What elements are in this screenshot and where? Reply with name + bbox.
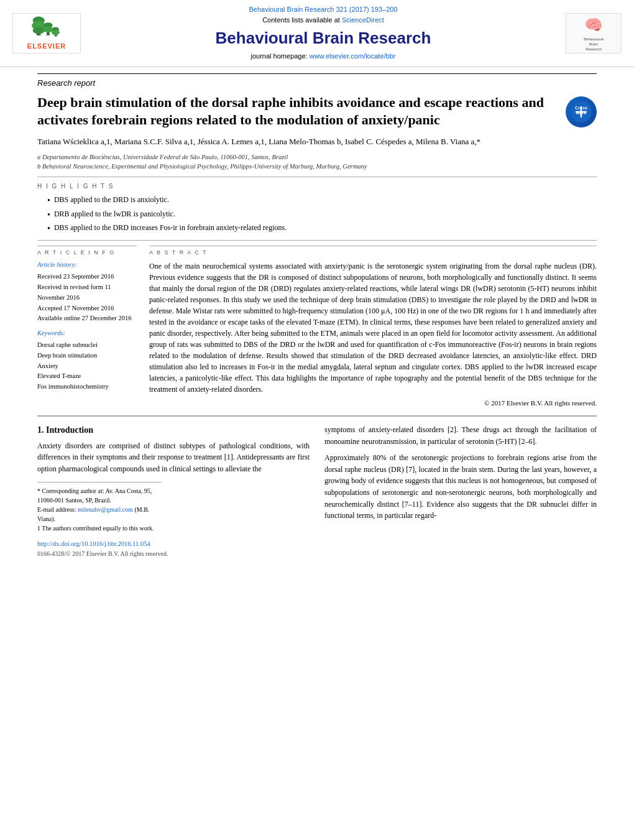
- authors: Tatiana Wścieklica a,1, Mariana S.C.F. S…: [37, 136, 597, 149]
- divider-1: [37, 177, 597, 177]
- svg-point-6: [43, 26, 53, 32]
- affiliation-a: a Departamento de Biociências, Universid…: [37, 152, 597, 162]
- divider-2: [37, 240, 597, 241]
- main-content: Research report Deep brain stimulation o…: [0, 67, 634, 565]
- info-dates: Received 23 September 2016 Received in r…: [37, 272, 137, 324]
- svg-point-3: [33, 27, 45, 34]
- journal-logo-text: BehaviouralBrainResearch: [584, 37, 604, 52]
- body-col-left: 1. Introduction Anxiety disorders are co…: [37, 424, 310, 558]
- highlight-3: • DBS applied to the DRD increases Fos-i…: [47, 223, 597, 235]
- available-date: Available online 27 December 2016: [37, 313, 137, 324]
- research-report-label: Research report: [37, 73, 597, 89]
- body-col-right: symptoms of anxiety-related disorders [2…: [324, 424, 597, 558]
- footnote-email: E-mail address: milenabv@gmail.com (M.B.…: [37, 505, 162, 524]
- accepted-date: Accepted 17 November 2016: [37, 303, 137, 314]
- highlight-1: • DBS applied to the DRD is anxiolytic.: [47, 195, 597, 207]
- keyword-1: Dorsal raphe subnuclei: [37, 340, 137, 351]
- bullet-2: •: [47, 209, 50, 221]
- elsevier-brand: ELSEVIER: [27, 42, 66, 51]
- footnote-corresponding: * Corresponding author at: Av. Ana Costa…: [37, 486, 162, 505]
- journal-title: Behavioural Brain Research: [93, 27, 553, 49]
- footnote-equal: 1 The authors contributed equally to thi…: [37, 524, 162, 533]
- homepage-url[interactable]: www.elsevier.com/locate/bbr: [310, 52, 396, 60]
- bullet-1: •: [47, 195, 50, 207]
- abstract-copyright: © 2017 Elsevier B.V. All rights reserved…: [149, 399, 597, 408]
- elsevier-logo: ELSEVIER: [12, 13, 81, 53]
- received-date: Received 23 September 2016: [37, 272, 137, 282]
- svg-point-9: [52, 30, 60, 35]
- issn-text: 0166-4328/© 2017 Elsevier B.V. All right…: [37, 550, 310, 558]
- journal-logo-right: 🧠 BehaviouralBrainResearch: [566, 13, 622, 53]
- keyword-4: Elevated T-maze: [37, 371, 137, 382]
- brain-icon: 🧠: [584, 14, 603, 35]
- intro-heading: 1. Introduction: [37, 424, 310, 436]
- highlights-section: H I G H L I G H T S • DBS applied to the…: [37, 182, 597, 235]
- article-info-col: A R T I C L E I N F O Article history: R…: [37, 246, 137, 408]
- journal-header: ELSEVIER Behavioural Brain Research 321 …: [0, 0, 634, 67]
- doi-area: http://dx.doi.org/10.1016/j.bbr.2016.11.…: [37, 538, 310, 558]
- contents-available: Contents lists available at ScienceDirec…: [93, 16, 553, 25]
- article-title: Deep brain stimulation of the dorsal rap…: [37, 94, 559, 129]
- highlights-label: H I G H L I G H T S: [37, 182, 597, 191]
- body-content: 1. Introduction Anxiety disorders are co…: [37, 424, 597, 558]
- intro-para3: Approximately 80% of the serotonergic pr…: [324, 452, 597, 522]
- keywords-label: Keywords:: [37, 329, 137, 338]
- intro-para2: symptoms of anxiety-related disorders [2…: [324, 424, 597, 447]
- footnote-area: * Corresponding author at: Av. Ana Costa…: [37, 482, 162, 533]
- bullet-3: •: [47, 223, 50, 235]
- abstract-label: A B S T R A C T: [149, 246, 597, 257]
- abstract-col: A B S T R A C T One of the main neuroche…: [149, 246, 597, 408]
- affiliations: a Departamento de Biociências, Universid…: [37, 152, 597, 172]
- header-center: Behavioural Brain Research 321 (2017) 19…: [81, 5, 566, 62]
- abstract-text: One of the main neurochemical systems as…: [149, 261, 597, 395]
- keyword-2: Deep brain stimulation: [37, 351, 137, 361]
- journal-homepage: journal homepage: www.elsevier.com/locat…: [93, 52, 553, 61]
- sciencedirect-link[interactable]: ScienceDirect: [342, 16, 384, 24]
- body-divider: [37, 415, 597, 417]
- keyword-5: Fos immunohistochemistry: [37, 382, 137, 392]
- doi-link[interactable]: http://dx.doi.org/10.1016/j.bbr.2016.11.…: [37, 540, 150, 547]
- page: ELSEVIER Behavioural Brain Research 321 …: [0, 0, 634, 565]
- elsevier-tree-icon: [31, 16, 62, 40]
- highlight-2: • DRB applied to the lwDR is panicolytic…: [47, 209, 597, 221]
- keyword-3: Anxiety: [37, 361, 137, 372]
- intro-para1: Anxiety disorders are comprised of disti…: [37, 440, 310, 475]
- revised-date: Received in revised form 11 November 201…: [37, 282, 137, 303]
- article-title-row: Deep brain stimulation of the dorsal rap…: [37, 94, 597, 129]
- article-info-label: A R T I C L E I N F O: [37, 246, 137, 257]
- crossmark-badge: Cross Mark: [566, 96, 597, 127]
- history-label: Article history:: [37, 261, 137, 270]
- article-info-abstract: A R T I C L E I N F O Article history: R…: [37, 246, 597, 408]
- journal-ref: Behavioural Brain Research 321 (2017) 19…: [93, 5, 553, 14]
- footnote-email-link[interactable]: milenabv@gmail.com: [78, 506, 133, 513]
- affiliation-b: b Behavioral Neuroscience, Experimental …: [37, 162, 597, 172]
